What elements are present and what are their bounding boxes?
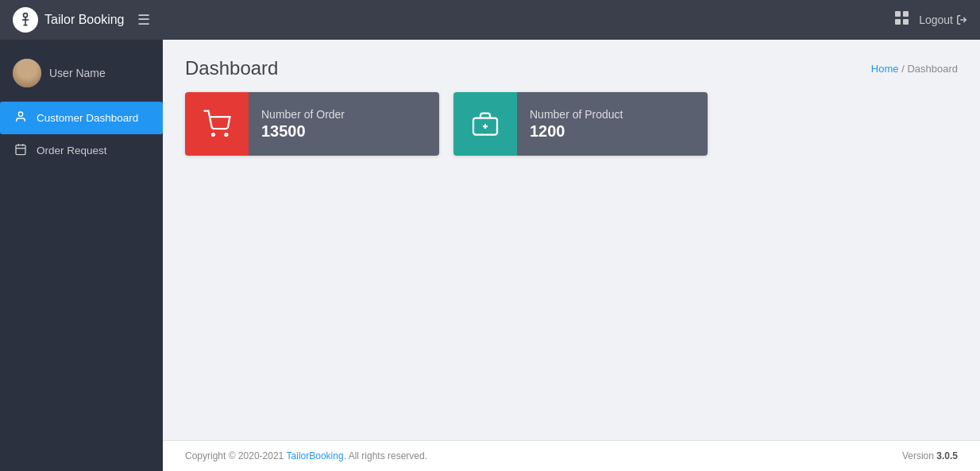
sidebar-item-label: Customer Dashboard	[37, 112, 138, 124]
sidebar: User Name Customer Dashboard	[0, 40, 163, 471]
customer-dashboard-icon	[13, 110, 29, 125]
orders-card-icon	[185, 92, 249, 156]
svg-rect-7	[903, 19, 909, 25]
svg-rect-10	[16, 145, 25, 155]
avatar-image	[13, 59, 41, 87]
app-logo: Tailor Booking	[13, 7, 125, 33]
breadcrumb-current: Dashboard	[907, 63, 958, 75]
svg-point-15	[226, 133, 228, 136]
hamburger-menu[interactable]: ☰	[137, 11, 150, 29]
products-label: Number of Product	[530, 108, 695, 121]
content-header: Dashboard Home / Dashboard	[163, 40, 980, 92]
svg-point-9	[18, 112, 22, 116]
topnav-right: Logout	[895, 11, 967, 29]
sidebar-item-customer-dashboard[interactable]: Customer Dashboard	[0, 102, 163, 134]
svg-point-14	[212, 133, 214, 136]
order-request-icon	[13, 143, 29, 158]
orders-value: 13500	[261, 122, 426, 141]
avatar	[13, 59, 41, 87]
grid-icon[interactable]	[895, 11, 909, 29]
user-section: User Name	[0, 48, 163, 102]
footer-version: Version 3.0.5	[902, 450, 958, 461]
svg-point-0	[24, 14, 28, 17]
products-card-text: Number of Product 1200	[517, 92, 708, 156]
orders-label: Number of Order	[261, 108, 426, 121]
breadcrumb: Home / Dashboard	[871, 63, 958, 75]
footer-copyright: Copyright © 2020-2021 TailorBooking. All…	[185, 450, 427, 461]
app-name: Tailor Booking	[44, 13, 125, 27]
svg-rect-6	[895, 19, 901, 25]
products-card: Number of Product 1200	[453, 92, 708, 156]
svg-rect-4	[895, 11, 901, 17]
sidebar-item-order-request[interactable]: Order Request	[0, 134, 163, 167]
version-number: 3.0.5	[936, 450, 958, 461]
orders-card: Number of Order 13500	[185, 92, 439, 156]
cards-row: Number of Order 13500	[185, 92, 958, 156]
orders-card-text: Number of Order 13500	[249, 92, 439, 156]
top-navigation: Tailor Booking ☰ Logout	[0, 0, 980, 40]
sidebar-nav: Customer Dashboard Order Request	[0, 102, 163, 167]
products-value: 1200	[530, 122, 695, 141]
main-layout: User Name Customer Dashboard	[0, 40, 980, 471]
footer-brand-link[interactable]: TailorBooking	[287, 450, 344, 461]
sidebar-item-label: Order Request	[37, 145, 107, 156]
footer: Copyright © 2020-2021 TailorBooking. All…	[163, 440, 980, 471]
user-name: User Name	[49, 67, 106, 79]
topnav-left: Tailor Booking ☰	[13, 7, 150, 33]
main-content: Dashboard Home / Dashboard	[163, 40, 980, 471]
svg-rect-5	[903, 11, 909, 17]
logout-button[interactable]: Logout	[919, 14, 967, 26]
content-body: Number of Order 13500	[163, 92, 980, 440]
products-card-icon	[453, 92, 517, 156]
breadcrumb-home[interactable]: Home	[871, 63, 899, 75]
page-title: Dashboard	[185, 57, 278, 79]
logo-icon	[13, 7, 38, 33]
